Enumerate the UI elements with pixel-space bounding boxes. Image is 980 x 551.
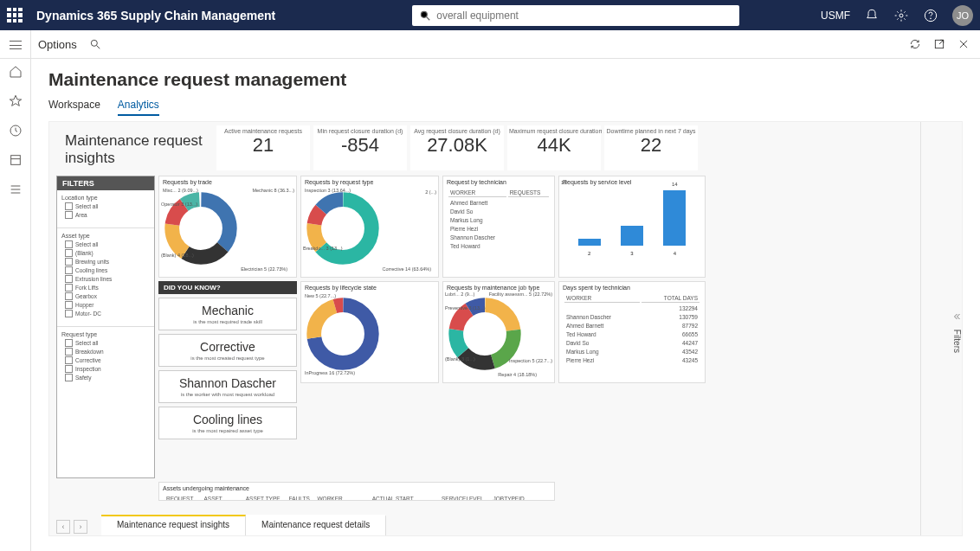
collapse-icon[interactable]: [951, 311, 962, 322]
modules-icon[interactable]: [9, 183, 23, 196]
chk-loc-area[interactable]: Area: [61, 211, 150, 219]
page-prev[interactable]: ‹: [56, 520, 70, 534]
dyk-card-2[interactable]: Shannon Dascheris the worker with most r…: [158, 370, 297, 403]
insights-title: Maintenance request insights: [56, 132, 212, 168]
table-row: Ahmed Barnett: [448, 199, 549, 206]
table-row: Shannon Dascher: [448, 234, 549, 240]
app-launcher-icon[interactable]: [7, 8, 23, 23]
tab-workspace[interactable]: Workspace: [48, 99, 100, 116]
star-icon[interactable]: [9, 94, 23, 108]
chart-lifecycle[interactable]: Requests by lifecycle state New 5 (22.7.…: [300, 281, 439, 383]
svg-line-1: [427, 16, 430, 20]
table-row: David So44247: [564, 339, 700, 346]
dyk-header: DID YOU KNOW?: [158, 281, 297, 294]
kpi-min-closure[interactable]: Min request closure duration (d)-854: [313, 125, 407, 170]
dyk-card-3[interactable]: Cooling linesis the most repaired asset …: [158, 407, 297, 439]
filter-request-title: Request type: [61, 331, 150, 337]
chk-asset-0[interactable]: Select all: [61, 240, 150, 248]
gear-icon[interactable]: [893, 8, 909, 23]
page-title: Maintenance request management: [48, 69, 963, 90]
donut-lifecycle: [305, 296, 381, 372]
svg-point-0: [422, 11, 428, 17]
topbar-right: USMF JO: [821, 5, 973, 26]
chk-asset-6[interactable]: Gearbox: [61, 292, 150, 300]
chk-loc-all[interactable]: Select all: [61, 202, 150, 210]
options-menu[interactable]: Options: [38, 38, 77, 51]
chk-asset-2[interactable]: Brewing units: [61, 258, 150, 266]
left-nav-rail: [0, 30, 31, 551]
table-row: Pierre Hezi: [448, 225, 549, 232]
command-bar: Options: [0, 30, 980, 59]
kpi-avg-closure[interactable]: Avg request closure duration (d)27.08K: [410, 125, 504, 170]
report-page-tabs: Maintenance request insights Maintenance…: [101, 515, 386, 535]
table-row: Pierre Hezi43245: [564, 356, 700, 363]
svg-point-2: [899, 14, 903, 17]
kpi-max-closure[interactable]: Maximum request closure duration ...44K: [507, 125, 601, 170]
company-label[interactable]: USMF: [821, 10, 850, 22]
svg-rect-6: [10, 156, 20, 165]
page-next[interactable]: ›: [74, 520, 87, 534]
table-row: Ahmed Barnett87792: [564, 322, 700, 329]
filter-asset-title: Asset type: [61, 233, 150, 239]
search-input[interactable]: [436, 10, 732, 22]
popout-icon[interactable]: [933, 38, 945, 50]
hamburger-icon[interactable]: [10, 41, 22, 49]
dyk-card-0[interactable]: Mechanicis the most required trade skill: [158, 298, 297, 330]
powerbi-report: Maintenance request insights Active main…: [48, 121, 963, 536]
chk-asset-4[interactable]: Extrusion lines: [61, 275, 150, 283]
close-icon[interactable]: [957, 38, 970, 50]
chk-asset-8[interactable]: Motor- DC: [61, 310, 150, 317]
table-row: Ted Howard: [448, 242, 549, 249]
table-days-tech[interactable]: Days spent by technician WORKERTOTAL DAY…: [558, 281, 706, 383]
chk-req-0[interactable]: Select all: [61, 339, 150, 347]
tab-analytics[interactable]: Analytics: [118, 99, 159, 116]
app-title: Dynamics 365 Supply Chain Management: [36, 9, 275, 22]
page-tabs: Workspace Analytics: [48, 99, 963, 116]
insights-title-wrap: Maintenance request insights: [56, 132, 212, 168]
chk-req-3[interactable]: Inspection: [61, 365, 150, 373]
table-row: Markus Long: [448, 216, 549, 223]
report-grid: FILTERS Location type Select all Area As…: [56, 176, 915, 501]
table-row: David So: [448, 208, 549, 215]
report-pager: ‹ ›: [56, 520, 87, 534]
chart-trade[interactable]: Requests by trade Misc... 2 (9.09...) Op…: [158, 176, 297, 278]
dyk-card-1[interactable]: Correctiveis the most created request ty…: [158, 334, 297, 367]
chk-asset-7[interactable]: Hopper: [61, 301, 150, 309]
filters-panel: FILTERS Location type Select all Area As…: [56, 176, 155, 478]
chk-req-1[interactable]: Breakdown: [61, 348, 150, 356]
search-icon: [419, 10, 431, 22]
dyk-column: DID YOU KNOW? Mechanicis the most requir…: [158, 281, 297, 478]
help-icon[interactable]: [923, 8, 938, 23]
table-row: Markus Long43542: [564, 348, 700, 355]
donut-reqtype: [305, 190, 381, 266]
cmd-search-icon[interactable]: [89, 38, 101, 50]
report-filters-pane[interactable]: Filters: [920, 122, 962, 535]
chk-asset-5[interactable]: Fork Lifts: [61, 284, 150, 292]
bell-icon[interactable]: [864, 8, 880, 23]
home-icon[interactable]: [9, 65, 23, 79]
table-row: 132294: [564, 304, 700, 311]
table-technician[interactable]: Request by technician WORKERREQUESTS Ahm…: [442, 176, 555, 278]
kpi-active-requests[interactable]: Active maintenance requests21: [216, 125, 310, 170]
kpi-row: Active maintenance requests21 Min reques…: [216, 125, 698, 170]
svg-point-11: [91, 40, 97, 46]
chk-asset-1[interactable]: (Blank): [61, 249, 150, 257]
kpi-downtime[interactable]: Downtime planned in next 7 days22: [604, 125, 698, 170]
chk-asset-3[interactable]: Cooling lines: [61, 266, 150, 274]
chart-reqtype[interactable]: Requests by request type Inspection 3 (1…: [300, 176, 439, 278]
chk-req-4[interactable]: Safety: [61, 374, 150, 381]
chk-req-2[interactable]: Corrective: [61, 356, 150, 364]
recent-icon[interactable]: [9, 124, 23, 138]
table-row: Ted Howard66655: [564, 330, 700, 337]
chart-servicelevel[interactable]: Requests by service level 10 2 3 144: [558, 176, 706, 278]
global-search[interactable]: [412, 5, 739, 26]
refresh-icon[interactable]: [909, 38, 921, 50]
top-bar: Dynamics 365 Supply Chain Management USM…: [0, 0, 980, 30]
table-assets[interactable]: Assets undergoing maintenance REQUESTASS…: [158, 482, 555, 501]
report-tab-details[interactable]: Maintenance request details: [246, 515, 386, 535]
report-tab-insights[interactable]: Maintenance request insights: [101, 515, 246, 535]
svg-line-12: [97, 46, 100, 49]
workspace-icon[interactable]: [9, 153, 23, 167]
avatar[interactable]: JO: [952, 5, 973, 26]
chart-jobtype[interactable]: Requests by maintenance job type Lubri..…: [442, 281, 555, 383]
